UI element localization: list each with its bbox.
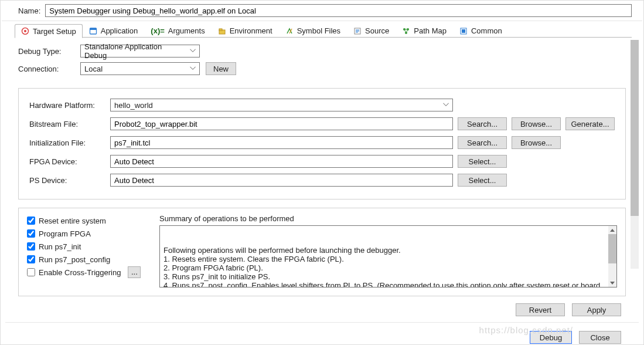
debug-type-select[interactable]: Standalone Application Debug [80,45,200,58]
fpga-device-input[interactable] [110,155,453,168]
ps7init-label: Run ps7_init [39,242,81,251]
scroll-up-icon[interactable] [608,226,616,234]
tab-path-map[interactable]: Path Map [396,23,453,38]
summary-title: Summary of operations to be performed [159,214,617,223]
bitstream-label: Bitstream File: [29,120,105,128]
tab-common[interactable]: Common [453,23,509,38]
button-label: Select... [469,176,496,185]
tab-arguments[interactable]: (x)= Arguments [144,23,211,38]
tab-application[interactable]: Application [83,23,145,38]
button-label: Browse... [520,138,552,147]
button-label: Generate... [571,120,609,128]
init-browse-button[interactable]: Browse... [512,136,561,149]
fpga-device-label: FPGA Device: [29,157,105,166]
fpga-select-button[interactable]: Select... [458,155,507,168]
button-label: Select... [469,157,496,166]
ps-device-label: PS Device: [29,176,105,185]
chevron-down-icon [190,66,196,70]
init-search-button[interactable]: Search... [458,136,507,149]
summary-text: Following operations will be performed b… [163,246,613,288]
button-label: Search... [467,138,498,147]
debug-button[interactable]: Debug [530,331,572,344]
revert-button[interactable]: Revert [516,303,565,316]
summary-textarea[interactable]: Following operations will be performed b… [159,225,617,288]
svg-point-1 [24,30,26,32]
button-label: Close [590,333,609,342]
program-fpga-checkbox[interactable] [27,229,35,238]
tab-label: Symbol Files [297,26,340,35]
tab-label: Source [365,26,389,35]
button-label: Browse... [520,120,552,128]
cross-trigger-checkbox[interactable] [27,268,35,276]
tab-label: Path Map [414,26,447,35]
button-label: Apply [587,306,606,314]
debug-type-label: Debug Type: [18,47,74,56]
env-icon [218,27,226,35]
new-connection-button[interactable]: New [206,62,236,75]
app-icon [89,27,97,35]
ps7post-label: Run ps7_post_config [39,255,110,264]
init-file-input[interactable] [110,136,453,149]
hw-platform-select[interactable]: hello_world [110,99,453,111]
button-label: Search... [467,120,498,128]
bitstream-search-button[interactable]: Search... [458,117,507,130]
hardware-group: Hardware Platform: hello_world Bitstream… [18,88,626,199]
init-file-label: Initialization File: [29,138,105,147]
button-label: Revert [529,306,551,314]
connection-value: Local [84,65,103,73]
cross-trigger-more-button[interactable]: ... [128,266,141,278]
args-icon: (x)= [151,26,164,35]
chevron-down-icon [443,103,449,106]
tab-label: Arguments [168,26,205,35]
tab-label: Target Setup [33,27,76,36]
name-input[interactable] [45,4,632,17]
tab-source[interactable]: Source [347,23,396,38]
debug-type-value: Standalone Application Debug [84,42,186,60]
pathmap-icon [402,27,410,35]
scroll-down-icon[interactable] [608,279,616,287]
bitstream-browse-button[interactable]: Browse... [512,117,561,130]
tab-environment[interactable]: Environment [212,23,279,38]
ps-device-input[interactable] [110,174,453,187]
program-fpga-label: Program FPGA [39,229,91,238]
summary-scrollbar-thumb[interactable] [608,234,616,263]
summary-scrollbar[interactable] [608,226,616,287]
panel-scrollbar-thumb[interactable] [631,40,639,216]
tab-symbol-files[interactable]: Symbol Files [279,23,347,38]
ps7init-checkbox[interactable] [27,242,35,251]
reset-label: Reset entire system [39,217,106,225]
hw-platform-label: Hardware Platform: [29,101,105,110]
hw-platform-value: hello_world [114,101,153,110]
common-icon [459,27,468,35]
tab-label: Common [471,26,502,35]
ps7post-checkbox[interactable] [27,255,35,263]
tab-label: Application [101,26,138,35]
bitstream-input[interactable] [110,117,453,130]
close-button[interactable]: Close [579,331,621,344]
target-icon [21,27,29,35]
button-label: Debug [540,333,562,342]
name-label: Name: [18,6,40,15]
svg-rect-5 [219,29,222,31]
panel-scrollbar[interactable] [631,40,639,269]
bitstream-generate-button[interactable]: Generate... [565,117,615,130]
svg-rect-11 [462,29,465,33]
tab-target-setup[interactable]: Target Setup [15,24,83,38]
source-icon [353,27,362,35]
button-label: New [213,65,229,73]
svg-rect-3 [90,28,96,30]
apply-button[interactable]: Apply [572,303,621,316]
connection-select[interactable]: Local [80,62,200,75]
tabs-bar: Target Setup Application (x)= Arguments … [2,21,642,38]
ps-select-button[interactable]: Select... [458,174,507,187]
connection-label: Connection: [18,65,74,73]
reset-checkbox[interactable] [27,217,35,225]
options-column: Reset entire system Program FPGA Run ps7… [27,214,150,288]
tab-label: Environment [230,26,272,35]
symbols-icon [285,27,294,35]
cross-trigger-label: Enable Cross-Triggering [39,268,121,277]
chevron-down-icon [190,49,196,52]
